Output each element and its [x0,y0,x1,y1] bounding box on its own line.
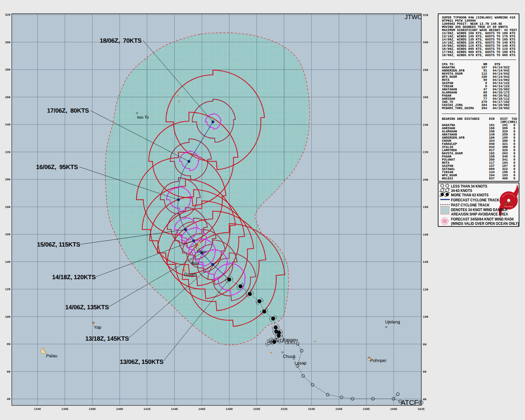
svg-text:10N: 10N [5,315,10,319]
svg-text:10N: 10N [423,315,428,319]
svg-text:146E: 146E [198,407,205,411]
svg-text:142E: 142E [144,407,151,411]
svg-text:30N: 30N [5,41,10,44]
svg-text:8N: 8N [423,343,427,346]
svg-text:24N: 24N [5,123,10,126]
svg-text:160E: 160E [390,407,397,411]
svg-text:28N: 28N [5,68,10,72]
svg-text:Yap: Yap [94,325,101,330]
svg-text:144E: 144E [171,407,178,411]
svg-text:18/06Z, 70KTS: 18/06Z, 70KTS [100,37,142,44]
svg-text:22N: 22N [5,151,10,154]
svg-text:20N: 20N [5,178,10,181]
svg-text:12N: 12N [5,288,10,291]
svg-text:17/06Z, 80KTS: 17/06Z, 80KTS [47,107,89,114]
svg-text:138E: 138E [89,407,96,411]
svg-text:26N: 26N [423,96,428,99]
svg-text:8N: 8N [7,343,11,346]
svg-text:Palau: Palau [46,353,57,358]
svg-text:32N: 32N [423,13,428,17]
svg-text:24N: 24N [423,123,428,127]
svg-text:162E: 162E [417,407,425,411]
svg-text:Ujelang: Ujelang [385,319,400,324]
svg-text:156E: 156E [335,407,342,411]
svg-text:13/18Z, 145KTS: 13/18Z, 145KTS [85,335,129,342]
svg-text:148E: 148E [226,407,233,411]
svg-text:15/06Z, 115KTS: 15/06Z, 115KTS [37,241,80,248]
svg-text:6N: 6N [423,370,427,374]
svg-text:140E: 140E [116,407,123,411]
svg-text:154E: 154E [308,407,315,411]
svg-text:14N: 14N [423,260,428,264]
svg-text:32N: 32N [5,13,10,17]
svg-text:26N: 26N [5,96,10,99]
svg-text:16N: 16N [423,233,428,237]
svg-text:Chuuk: Chuuk [283,354,296,359]
svg-text:14/18Z, 120KTS: 14/18Z, 120KTS [52,274,96,281]
svg-text:134E: 134E [34,407,41,411]
svg-text:Fananu: Fananu [283,337,298,342]
svg-text:4N: 4N [423,398,427,401]
svg-text:158E: 158E [363,407,370,411]
svg-text:6N: 6N [7,370,11,374]
svg-text:16N: 16N [5,233,10,236]
svg-text:152E: 152E [280,407,288,411]
svg-text:22N: 22N [423,151,428,154]
svg-text:18N: 18N [423,205,428,209]
svg-text:136E: 136E [61,407,68,411]
svg-text:Iwo To: Iwo To [137,115,149,120]
svg-text:28N: 28N [423,68,428,72]
svg-text:14/06Z, 135KTS: 14/06Z, 135KTS [65,304,109,311]
svg-text:16/06Z, 95KTS: 16/06Z, 95KTS [36,164,78,171]
svg-text:13/06Z, 150KTS: 13/06Z, 150KTS [120,359,163,365]
svg-text:14N: 14N [5,260,10,264]
svg-text:Tinian: Tinian [197,250,206,254]
svg-text:Guam: Guam [184,272,197,277]
svg-text:JTWC: JTWC [405,14,422,21]
svg-text:4N: 4N [7,397,11,401]
svg-text:12N: 12N [423,288,428,291]
svg-text:150E: 150E [253,407,260,411]
svg-text:30N: 30N [423,41,428,44]
svg-text:Pohnpei: Pohnpei [370,358,386,363]
svg-text:20N: 20N [423,178,428,182]
svg-text:Losap: Losap [294,360,306,365]
svg-text:18N: 18N [5,205,10,209]
svg-text:Rota: Rota [191,262,199,265]
